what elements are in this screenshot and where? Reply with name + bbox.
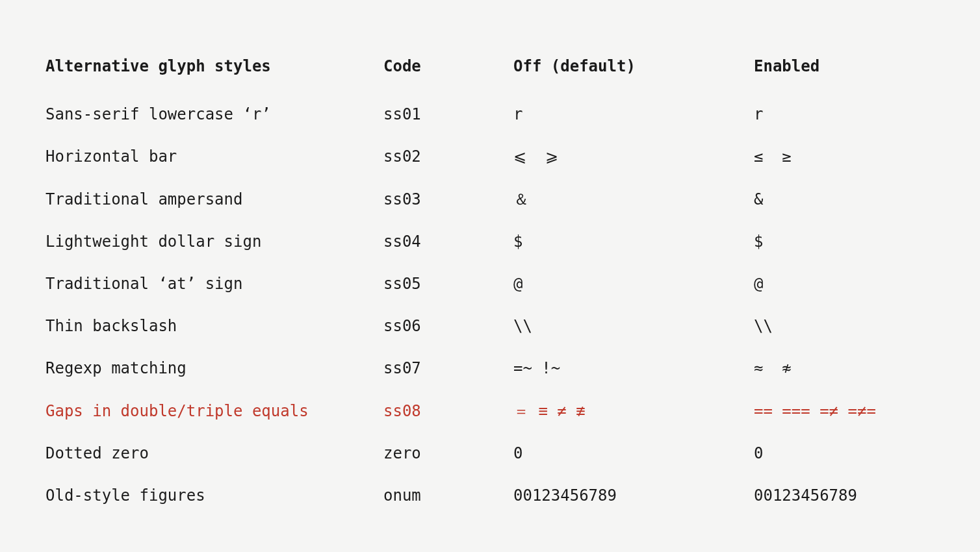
- cell-code: ss01: [383, 105, 513, 125]
- cell-name: Traditional ampersand: [45, 190, 383, 210]
- table-row-highlighted: Gaps in double/triple equals ss08 ＝ ≡ ≠ …: [45, 390, 935, 433]
- cell-code: onum: [383, 486, 513, 506]
- cell-code: ss02: [383, 147, 513, 167]
- cell-enabled: r: [754, 105, 935, 125]
- header-off: Off (default): [513, 56, 754, 77]
- cell-name: Traditional ‘at’ sign: [45, 274, 383, 294]
- cell-name: Gaps in double/triple equals: [45, 401, 383, 421]
- cell-code: ss07: [383, 358, 513, 379]
- cell-code: ss04: [383, 232, 513, 252]
- cell-code: ss05: [383, 274, 513, 294]
- cell-code: zero: [383, 444, 513, 464]
- cell-name: Dotted zero: [45, 444, 383, 464]
- cell-off: 0: [513, 444, 754, 464]
- table-row: Horizontal bar ss02 ⩽ ⩾ ≤ ≥: [45, 136, 935, 178]
- cell-off: $: [513, 232, 754, 252]
- cell-enabled: 0: [754, 444, 935, 464]
- cell-code: ss08: [383, 401, 513, 421]
- cell-code: ss06: [383, 316, 513, 336]
- cell-off: r: [513, 105, 754, 125]
- cell-enabled: @: [754, 274, 935, 294]
- cell-enabled: == === =≠ =≠=: [754, 401, 935, 421]
- cell-name: Regexp matching: [45, 358, 383, 379]
- header-enabled: Enabled: [754, 56, 935, 77]
- table-header-row: Alternative glyph styles Code Off (defau…: [45, 45, 935, 94]
- table-row: Sans-serif lowercase ‘r’ ss01 r r: [45, 94, 935, 136]
- cell-off: \\: [513, 316, 754, 336]
- cell-off: @: [513, 274, 754, 294]
- cell-off: =~ !~: [513, 358, 754, 379]
- cell-off: ＆: [513, 190, 754, 210]
- table-row: Traditional ‘at’ sign ss05 @ @: [45, 263, 935, 305]
- header-code: Code: [383, 56, 513, 77]
- cell-name: Old-style figures: [45, 486, 383, 506]
- table-row: Traditional ampersand ss03 ＆ &: [45, 179, 935, 221]
- cell-name: Lightweight dollar sign: [45, 232, 383, 252]
- glyph-styles-table: Alternative glyph styles Code Off (defau…: [45, 45, 935, 517]
- cell-off: ⩽ ⩾: [513, 147, 754, 167]
- cell-off: ＝ ≡ ≠ ≢: [513, 401, 754, 421]
- cell-name: Horizontal bar: [45, 147, 383, 167]
- table-row: Thin backslash ss06 \\ \\: [45, 305, 935, 347]
- cell-code: ss03: [383, 190, 513, 210]
- cell-enabled: \\: [754, 316, 935, 336]
- cell-enabled: ≤ ≥: [754, 147, 935, 167]
- cell-name: Thin backslash: [45, 316, 383, 336]
- cell-name: Sans-serif lowercase ‘r’: [45, 105, 383, 125]
- cell-enabled: &: [754, 190, 935, 210]
- table-row: Dotted zero zero 0 0: [45, 433, 935, 475]
- table-row: Lightweight dollar sign ss04 $ $: [45, 221, 935, 263]
- table-row: Regexp matching ss07 =~ !~ ≈ ≉: [45, 347, 935, 390]
- cell-enabled: $: [754, 232, 935, 252]
- table-row: Old-style figures onum 00123456789 00123…: [45, 475, 935, 517]
- cell-off: 00123456789: [513, 486, 754, 506]
- cell-enabled: ≈ ≉: [754, 358, 935, 379]
- cell-enabled: 00123456789: [754, 486, 935, 506]
- header-name: Alternative glyph styles: [45, 56, 383, 77]
